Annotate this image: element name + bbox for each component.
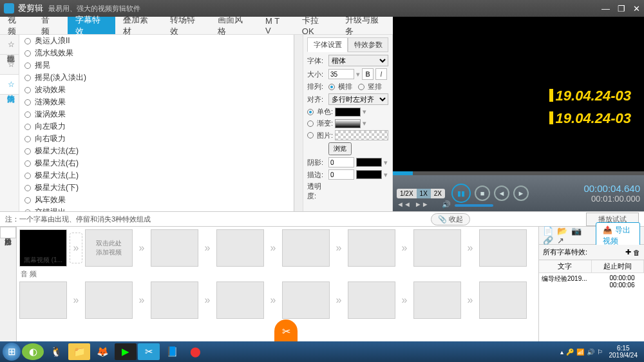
- close-button[interactable]: ✕: [633, 4, 640, 14]
- solid-color-swatch[interactable]: [335, 108, 361, 117]
- main-tab-2[interactable]: 字幕特效: [68, 17, 115, 34]
- effect-item[interactable]: 漩涡效果: [19, 108, 294, 120]
- tray-icon[interactable]: 🔑: [566, 348, 574, 356]
- main-tab-6[interactable]: M T V: [258, 17, 294, 34]
- empty-clip-slot[interactable]: [413, 229, 461, 267]
- taskbar-app-5[interactable]: ▶: [115, 343, 137, 360]
- volume-icon[interactable]: 🔊: [442, 200, 451, 209]
- taskbar-app-4[interactable]: 🦊: [91, 343, 113, 360]
- empty-audio-slot[interactable]: [413, 281, 461, 319]
- rewind-icon[interactable]: ◄◄: [397, 200, 411, 209]
- effect-item[interactable]: 交错退出: [19, 206, 294, 211]
- effect-scrollbar[interactable]: [294, 35, 303, 211]
- clip-tab-added[interactable]: 已添加片段: [0, 227, 16, 238]
- stroke-color[interactable]: [356, 170, 382, 179]
- category-tab-2[interactable]: ☆消失特效: [0, 75, 19, 95]
- toolbar-icon[interactable]: ↗: [557, 236, 564, 245]
- effect-list[interactable]: 奥运人浪II流水线效果摇晃摇晃(淡入淡出)波动效果涟漪效果漩涡效果向左吸力向右吸…: [19, 35, 294, 211]
- main-tab-5[interactable]: 画面风格: [210, 17, 258, 34]
- font-tab-params[interactable]: 特效参数: [348, 37, 388, 52]
- gradient-radio[interactable]: [307, 120, 314, 127]
- shadow-input[interactable]: [328, 157, 354, 167]
- tray-icon[interactable]: 🔊: [587, 348, 594, 356]
- align-select[interactable]: 多行时左对齐: [328, 93, 388, 105]
- toolbar-icon[interactable]: 📷: [571, 226, 582, 236]
- transition-slot[interactable]: »: [70, 233, 82, 263]
- main-tab-1[interactable]: 音 频: [33, 17, 67, 34]
- main-tab-3[interactable]: 叠加素材: [115, 17, 163, 34]
- empty-clip-slot[interactable]: [216, 229, 264, 267]
- collapse-button[interactable]: 📎 收起: [431, 213, 470, 225]
- empty-audio-slot[interactable]: [85, 281, 133, 319]
- empty-audio-slot[interactable]: [282, 281, 330, 319]
- italic-button[interactable]: I: [375, 68, 387, 80]
- effect-item[interactable]: 涟漪效果: [19, 96, 294, 108]
- next-frame-button[interactable]: ►: [513, 186, 529, 201]
- arrange-v-radio[interactable]: [358, 84, 365, 90]
- main-tab-8[interactable]: 升级与服务: [337, 17, 393, 34]
- effect-item[interactable]: 向左吸力: [19, 120, 294, 133]
- maximize-button[interactable]: ❐: [618, 4, 625, 14]
- empty-audio-slot[interactable]: [151, 281, 198, 319]
- size-input[interactable]: [328, 69, 354, 79]
- effect-item[interactable]: 极星大法(上): [19, 169, 294, 182]
- effect-item[interactable]: 极星大法(下): [19, 182, 294, 194]
- stroke-input[interactable]: [328, 169, 354, 180]
- gradient-swatch[interactable]: [335, 119, 361, 128]
- empty-clip-slot[interactable]: [479, 229, 527, 267]
- taskbar-app-6-active[interactable]: ✂: [138, 343, 160, 360]
- effect-item[interactable]: 摇晃: [19, 59, 294, 71]
- effect-item[interactable]: 极星大法(左): [19, 145, 294, 157]
- effect-item[interactable]: 奥运人浪II: [19, 35, 294, 47]
- taskbar-clock[interactable]: 6:152019/4/24: [609, 345, 638, 359]
- speed-1X[interactable]: 1X: [417, 189, 431, 198]
- toolbar-icon[interactable]: 📂: [557, 226, 567, 236]
- browse-button[interactable]: 浏览: [328, 142, 352, 155]
- speed-2X[interactable]: 2X: [431, 189, 445, 198]
- empty-audio-slot[interactable]: [19, 281, 67, 319]
- category-tab-0[interactable]: ☆出现特效: [0, 35, 19, 55]
- effect-item[interactable]: 风车效果: [19, 194, 294, 206]
- effect-item[interactable]: 波动效果: [19, 84, 294, 96]
- subtitle-row[interactable]: 编导经验2019... 00:00:0000:00:06: [539, 273, 644, 290]
- delete-subtitle-icon[interactable]: 🗑: [633, 249, 640, 256]
- effect-item[interactable]: 极星大法(右): [19, 157, 294, 169]
- main-tab-7[interactable]: 卡拉OK: [294, 17, 337, 34]
- add-clip-placeholder[interactable]: 双击此处 添加视频: [85, 229, 133, 267]
- add-subtitle-icon[interactable]: ✚: [625, 248, 631, 256]
- toolbar-icon[interactable]: 📄: [543, 226, 553, 236]
- category-tab-1[interactable]: ☆停留特效: [0, 55, 19, 75]
- empty-clip-slot[interactable]: [151, 229, 198, 267]
- empty-clip-slot[interactable]: [348, 229, 395, 267]
- prev-frame-button[interactable]: ◄: [494, 186, 509, 201]
- shadow-color[interactable]: [356, 158, 382, 167]
- taskbar-app-3[interactable]: 📁: [68, 343, 90, 360]
- effect-item[interactable]: 流水线效果: [19, 47, 294, 59]
- speed-1/2X[interactable]: 1/2X: [397, 189, 417, 198]
- tray-icon[interactable]: ⚐: [597, 348, 603, 356]
- font-tab-settings[interactable]: 字体设置: [307, 37, 348, 52]
- stop-button[interactable]: ■: [475, 186, 490, 201]
- empty-audio-slot[interactable]: [348, 281, 395, 319]
- taskbar-app-7[interactable]: 📘: [161, 343, 183, 360]
- effect-item[interactable]: 摇晃(淡入淡出): [19, 71, 294, 84]
- solid-radio[interactable]: [307, 109, 314, 115]
- empty-audio-slot[interactable]: [479, 281, 527, 319]
- font-select[interactable]: 楷体: [328, 55, 388, 66]
- taskbar-app-2[interactable]: 🐧: [45, 343, 67, 360]
- taskbar-app-8[interactable]: ⬤: [184, 343, 206, 360]
- main-tab-4[interactable]: 转场特效: [162, 17, 210, 34]
- tray-icon[interactable]: ▴: [560, 348, 564, 356]
- forward-icon[interactable]: ►►: [415, 200, 429, 209]
- volume-slider[interactable]: [455, 204, 493, 207]
- arrange-h-radio[interactable]: [328, 84, 335, 90]
- tray-icon[interactable]: 📶: [576, 348, 584, 356]
- cut-button[interactable]: ✂: [274, 319, 298, 341]
- video-preview[interactable]: 19.04.24-03 19.04.24-03: [393, 17, 644, 171]
- minimize-button[interactable]: —: [601, 4, 610, 14]
- taskbar-app-1[interactable]: ◐: [22, 343, 44, 360]
- clip-thumbnail-1[interactable]: 黑幕视频 (1...: [19, 229, 67, 267]
- bold-button[interactable]: B: [362, 68, 374, 80]
- start-button[interactable]: ⊞: [3, 343, 21, 361]
- main-tab-0[interactable]: 视 频: [0, 17, 33, 34]
